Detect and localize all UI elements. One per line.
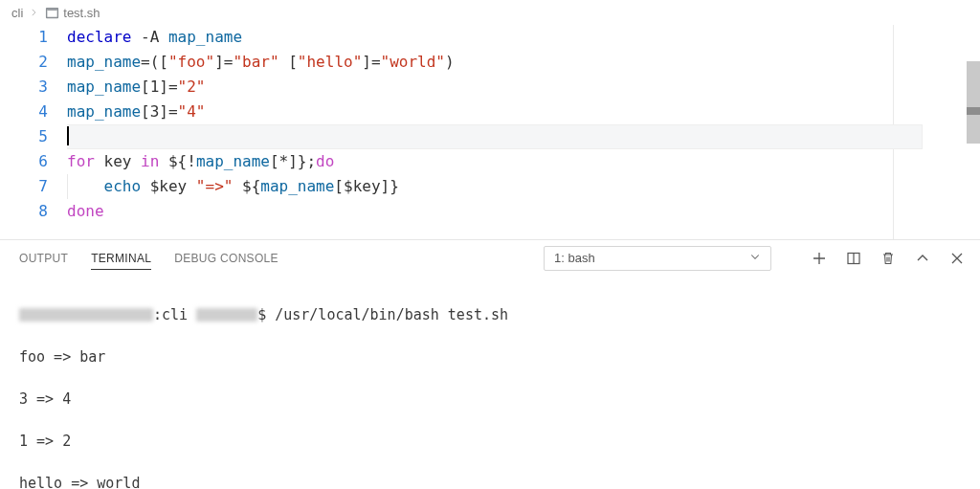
tab-terminal[interactable]: TERMINAL: [91, 252, 151, 270]
trash-icon[interactable]: [880, 251, 896, 266]
redacted-text: [196, 308, 257, 322]
code-line[interactable]: declare -A map_name: [67, 25, 980, 50]
terminal-output-line: hello => world: [19, 473, 961, 489]
tab-output[interactable]: OUTPUT: [19, 252, 68, 265]
line-number: 1: [0, 25, 48, 50]
chevron-up-icon[interactable]: [915, 251, 930, 266]
close-icon[interactable]: [949, 251, 965, 266]
line-number: 5: [0, 124, 48, 149]
line-number: 7: [0, 174, 48, 199]
svg-rect-1: [47, 9, 56, 16]
line-number-gutter: 1 2 3 4 5 6 7 8: [0, 25, 67, 239]
svg-rect-2: [47, 9, 56, 10]
code-editor[interactable]: 1 2 3 4 5 6 7 8 declare -A map_name map_…: [0, 25, 980, 239]
chevron-down-icon: [749, 251, 761, 265]
tab-debug-console[interactable]: DEBUG CONSOLE: [174, 252, 278, 265]
panel-header: OUTPUT TERMINAL DEBUG CONSOLE 1: bash: [0, 239, 980, 276]
code-line-current[interactable]: [67, 124, 923, 149]
terminal-command: /usr/local/bin/bash test.sh: [275, 306, 508, 323]
split-icon[interactable]: [846, 251, 861, 266]
line-number: 6: [0, 149, 48, 174]
line-number: 3: [0, 75, 48, 100]
code-line[interactable]: echo $key "=>" ${map_name[$key]}: [67, 174, 980, 199]
terminal-select-value: 1: bash: [554, 251, 595, 265]
code-line[interactable]: map_name[1]="2": [67, 75, 980, 100]
line-number: 2: [0, 50, 48, 75]
plus-icon[interactable]: [812, 251, 827, 266]
code-line[interactable]: for key in ${!map_name[*]};do: [67, 149, 980, 174]
code-line[interactable]: done: [67, 199, 980, 224]
line-number: 8: [0, 199, 48, 224]
breadcrumb-folder[interactable]: cli: [11, 6, 23, 20]
terminal-output-line: foo => bar: [19, 346, 961, 367]
code-line[interactable]: map_name[3]="4": [67, 100, 980, 124]
editor-cursor: [67, 126, 69, 145]
terminal[interactable]: :cli $ /usr/local/bin/bash test.sh foo =…: [0, 276, 980, 489]
terminal-line: :cli $ /usr/local/bin/bash test.sh: [19, 304, 961, 325]
breadcrumb: cli test.sh: [0, 0, 980, 25]
terminal-select[interactable]: 1: bash: [544, 246, 771, 271]
code-line[interactable]: map_name=(["foo"]="bar" ["hello"]="world…: [67, 50, 980, 75]
terminal-output-line: 3 => 4: [19, 389, 961, 410]
breadcrumb-file[interactable]: test.sh: [63, 6, 100, 20]
terminal-output-line: 1 => 2: [19, 431, 961, 452]
line-number: 4: [0, 100, 48, 124]
shell-file-icon: [44, 5, 59, 20]
code-area[interactable]: declare -A map_name map_name=(["foo"]="b…: [67, 25, 980, 239]
breadcrumb-chevron-icon: [27, 6, 40, 20]
redacted-text: [19, 308, 153, 322]
